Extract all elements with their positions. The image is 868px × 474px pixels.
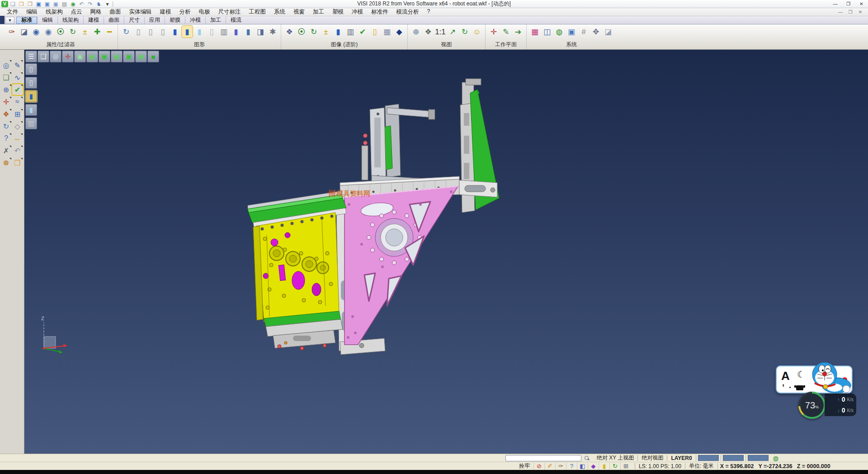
menu-item[interactable]: 实体编辑 bbox=[125, 8, 156, 16]
vp-view-top-icon[interactable]: ▣ bbox=[99, 51, 110, 62]
system-select-icon[interactable]: # bbox=[578, 26, 589, 38]
adv-plusminus-icon[interactable]: ± bbox=[321, 26, 331, 38]
filter-refresh-icon[interactable]: ↻ bbox=[67, 26, 78, 38]
toolbar-tab[interactable]: 加工 bbox=[205, 17, 226, 24]
status-cube-axes-icon[interactable]: ◧ bbox=[577, 463, 588, 470]
view-zoom-icon[interactable]: ⊕ bbox=[410, 26, 421, 38]
measure-icon[interactable]: ↔ bbox=[12, 133, 23, 144]
viewport-wheel-icon[interactable]: ☸ bbox=[1, 157, 12, 168]
tab-dropdown-button[interactable]: ▼ bbox=[5, 17, 14, 24]
globe-icon[interactable]: ◍ bbox=[773, 455, 778, 462]
menu-item[interactable]: 视窗 bbox=[289, 8, 309, 16]
toolbar-tab[interactable]: 编辑 bbox=[37, 17, 57, 24]
cylinder-wire2-icon[interactable]: ▯ bbox=[145, 26, 156, 38]
filter-eye-remove-icon[interactable]: ◉ bbox=[43, 26, 54, 38]
filter-traffic-icon[interactable]: ⦿ bbox=[55, 26, 66, 38]
view-smiley-icon[interactable]: ☺ bbox=[472, 26, 482, 38]
print-icon[interactable]: ▤ bbox=[61, 0, 68, 7]
fit-view-icon[interactable]: ❑ bbox=[1, 72, 12, 83]
red-pin[interactable] bbox=[363, 134, 368, 138]
vp-shaded-icon[interactable]: ▮ bbox=[25, 90, 37, 102]
menu-item[interactable]: 分析 bbox=[175, 8, 195, 16]
toolbar-tab[interactable]: 塑膜 bbox=[165, 17, 185, 24]
export-icon[interactable]: ▣ bbox=[52, 0, 60, 7]
menu-item[interactable]: 电极 bbox=[195, 8, 214, 16]
view-scale-1-1-icon[interactable]: 1:1 bbox=[435, 26, 446, 38]
menu-item[interactable]: 尺寸标注 bbox=[214, 8, 245, 16]
search-icon[interactable] bbox=[584, 455, 590, 461]
maximize-button[interactable]: ❐ bbox=[842, 0, 855, 8]
vp-ghost-icon[interactable]: ▮ bbox=[25, 104, 37, 116]
network-speed-panel[interactable]: ↑ 0 K/s ↓ 0 K/s bbox=[825, 393, 856, 416]
menu-item[interactable]: ? bbox=[423, 8, 434, 14]
system-slant-icon[interactable]: ◪ bbox=[603, 26, 613, 38]
ime-language-indicator[interactable]: A bbox=[781, 369, 790, 383]
menu-item[interactable]: 建模 bbox=[156, 8, 175, 16]
view-arrow-icon[interactable]: ↗ bbox=[447, 26, 458, 38]
menu-item[interactable]: 工程图 bbox=[245, 8, 270, 16]
cylinder-group-icon[interactable]: ▮ bbox=[231, 26, 241, 38]
menu-item[interactable]: 标准件 bbox=[367, 8, 392, 16]
menu-item[interactable]: 加工 bbox=[309, 8, 328, 16]
top-bracket-assembly[interactable] bbox=[362, 104, 435, 187]
cylinder-shaded-icon[interactable]: ▮ bbox=[170, 26, 180, 38]
menu-item[interactable]: 模流分析 bbox=[392, 8, 423, 16]
vp-wcs-icon[interactable]: ✛ bbox=[62, 51, 74, 62]
adv-cylinder-tag-icon[interactable]: ▯ bbox=[369, 26, 380, 38]
vp-view-right-icon[interactable]: ▣ bbox=[123, 51, 135, 62]
menu-item[interactable]: 点云 bbox=[67, 8, 86, 16]
rotate-view-icon[interactable]: ↻ bbox=[1, 121, 12, 132]
redo-icon[interactable]: ↷ bbox=[86, 0, 94, 7]
spline-edit-icon[interactable]: ≈ bbox=[12, 96, 23, 107]
vp-menu-icon[interactable]: ☰ bbox=[25, 51, 37, 62]
toolbar-tab[interactable]: 模流 bbox=[226, 17, 246, 24]
app-logo-icon[interactable]: V bbox=[1, 1, 8, 7]
cylinder-half-icon[interactable]: ◨ bbox=[255, 26, 266, 38]
system-window-icon[interactable]: ▣ bbox=[566, 26, 577, 38]
right-bracket-assembly[interactable] bbox=[458, 79, 499, 213]
color-swatch[interactable] bbox=[723, 455, 744, 461]
mdi-minimize-button[interactable]: — bbox=[835, 9, 845, 14]
zoom-plus-icon[interactable]: ⊕ bbox=[1, 84, 12, 95]
system-image-icon[interactable]: ◫ bbox=[542, 26, 552, 38]
adv-cubes-refresh-icon[interactable]: ↻ bbox=[308, 26, 319, 38]
undo-step-icon[interactable]: ↶ bbox=[12, 145, 23, 156]
vp-view-iso-icon[interactable]: ▣ bbox=[74, 51, 86, 62]
new-file-icon[interactable]: ❏ bbox=[9, 0, 17, 7]
status-ruler-icon[interactable]: ▮ bbox=[599, 463, 609, 470]
menu-item[interactable]: 编辑 bbox=[22, 8, 42, 16]
status-rotate-icon[interactable]: ↻ bbox=[609, 463, 620, 470]
command-search-input[interactable] bbox=[505, 455, 581, 461]
toolbar-tab[interactable]: 建模 bbox=[83, 17, 104, 24]
adv-cylinder-wire-icon[interactable]: ▦ bbox=[382, 26, 392, 38]
menu-item[interactable]: 线架构 bbox=[42, 8, 67, 16]
vp-view-left-icon[interactable]: ▣ bbox=[111, 51, 123, 62]
toolbar-tab[interactable]: 标准 bbox=[16, 17, 37, 24]
attribute-paint-icon[interactable]: ✑ bbox=[6, 26, 17, 38]
shade-cube-icon[interactable]: ◇ bbox=[12, 121, 23, 132]
menu-item[interactable]: 塑模 bbox=[328, 8, 348, 16]
curve-pencil-icon[interactable]: ∿ bbox=[12, 72, 23, 83]
system-globe-tools-icon[interactable]: ◍ bbox=[554, 26, 565, 38]
hub-bore[interactable] bbox=[386, 229, 403, 246]
lock-toggle[interactable]: 拴牢 bbox=[515, 462, 533, 470]
ime-punctuation-indicator[interactable]: ’ bbox=[782, 383, 784, 393]
confirm-check-icon[interactable]: ✔ bbox=[12, 84, 23, 95]
menu-item[interactable]: 文件 bbox=[3, 8, 22, 16]
cylinder-shaded-active-icon[interactable]: ▮ bbox=[182, 26, 193, 38]
workplane-move-icon[interactable]: ➔ bbox=[513, 26, 524, 38]
cad-model[interactable]: Z bbox=[41, 79, 499, 355]
cylinder-ghost-icon[interactable]: ▯ bbox=[206, 26, 217, 38]
vp-view-back-icon[interactable]: ▣ bbox=[135, 51, 147, 62]
adv-diamond-icon[interactable]: ◆ bbox=[394, 26, 405, 38]
adv-cylinder-striped-icon[interactable]: ▥ bbox=[345, 26, 356, 38]
view-mode-indicator[interactable]: 绝对 XY 上视图 bbox=[593, 454, 637, 462]
status-snap-icon[interactable]: ✐ bbox=[544, 463, 555, 470]
cad-model-canvas[interactable]: Z bbox=[24, 50, 868, 454]
status-help-icon[interactable]: ? bbox=[566, 463, 577, 470]
workplane-edit-icon[interactable]: ✎ bbox=[500, 26, 511, 38]
filter-eye-add-icon[interactable]: ◉ bbox=[31, 26, 42, 38]
window-panes-icon[interactable]: ⊞ bbox=[12, 109, 23, 119]
layers-palette-icon[interactable]: ❖ bbox=[1, 109, 12, 119]
open-folder-icon[interactable]: ❒ bbox=[18, 0, 25, 7]
